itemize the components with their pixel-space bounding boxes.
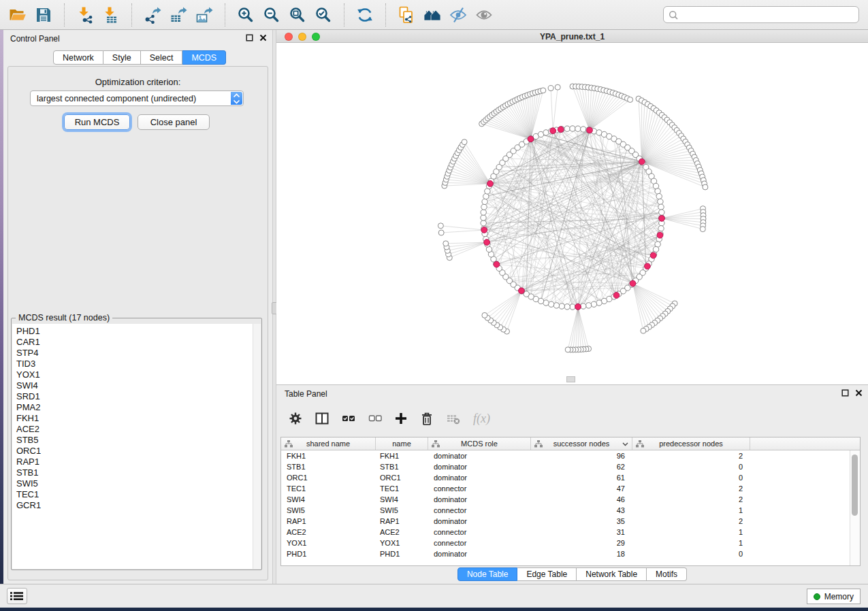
tab-style[interactable]: Style xyxy=(103,50,141,65)
mcds-result-item[interactable]: SRD1 xyxy=(16,391,251,402)
mcds-result-item[interactable]: TID3 xyxy=(16,359,251,369)
scrollbar-thumb[interactable] xyxy=(852,455,858,516)
table-row[interactable]: TEC1TEC1connector472 xyxy=(281,483,850,494)
tab-network-table[interactable]: Network Table xyxy=(577,567,647,581)
mcds-result-item[interactable]: RAP1 xyxy=(16,457,251,467)
shared-column-icon xyxy=(534,440,543,448)
table-cell: dominator xyxy=(428,494,531,505)
select-all-columns-button[interactable] xyxy=(342,412,355,425)
gear-icon xyxy=(289,412,302,425)
mcds-list-scrollbar[interactable] xyxy=(253,324,261,569)
task-history-button[interactable] xyxy=(7,588,27,604)
table-row[interactable]: SWI5SWI5connector431 xyxy=(281,505,850,516)
column-label: successor nodes xyxy=(553,440,610,448)
create-column-button[interactable] xyxy=(395,412,407,425)
table-cell: 2 xyxy=(632,494,750,505)
optimization-criterion-select[interactable]: largest connected component (undirected) xyxy=(30,90,244,106)
tab-mcds[interactable]: MCDS xyxy=(182,50,226,65)
network-window-titlebar[interactable]: YPA_prune.txt_1 xyxy=(276,30,868,43)
tab-network[interactable]: Network xyxy=(53,50,103,65)
memory-label: Memory xyxy=(824,592,854,601)
mcds-result-item[interactable]: FKH1 xyxy=(16,413,251,424)
optimization-criterion-label: Optimization criterion: xyxy=(3,77,272,87)
mcds-result-item[interactable]: SWI5 xyxy=(16,478,251,489)
export-network-button[interactable] xyxy=(143,5,162,24)
mcds-result-item[interactable]: PHD1 xyxy=(16,326,251,337)
table-scrollbar[interactable] xyxy=(850,450,860,565)
mcds-result-item[interactable]: STB1 xyxy=(16,467,251,478)
toolbar-separator xyxy=(225,3,225,27)
refresh-view-button[interactable] xyxy=(355,5,374,24)
export-image-button[interactable] xyxy=(195,5,214,24)
column-header-shared-name[interactable]: shared name xyxy=(281,437,376,450)
table-row[interactable]: STB1STB1dominator620 xyxy=(281,461,850,472)
import-table-button[interactable] xyxy=(101,5,120,24)
search-input[interactable] xyxy=(681,7,855,22)
mcds-result-item[interactable]: SWI4 xyxy=(16,380,251,391)
table-cell: PHD1 xyxy=(281,548,376,559)
column-header-mcds-role[interactable]: MCDS role xyxy=(428,437,531,450)
table-cell: connector xyxy=(428,538,531,548)
table-toolbar: f(x) xyxy=(289,407,490,430)
tab-edge-table[interactable]: Edge Table xyxy=(517,567,577,581)
table-tabs: Node Table Edge Table Network Table Moti… xyxy=(276,567,868,581)
import-network-button[interactable] xyxy=(76,5,95,24)
show-selected-button[interactable] xyxy=(475,5,494,24)
delete-column-button[interactable] xyxy=(420,412,434,426)
table-row[interactable]: SWI4SWI4dominator462 xyxy=(281,494,850,505)
table-row[interactable]: YOX1YOX1connector291 xyxy=(281,538,850,548)
eye-slash-icon xyxy=(449,6,467,24)
column-header-predecessor-nodes[interactable]: predecessor nodes xyxy=(632,437,750,450)
checked-boxes-icon xyxy=(342,412,355,425)
zoom-in-button[interactable] xyxy=(236,5,255,24)
float-panel-icon[interactable] xyxy=(246,34,253,42)
clone-network-button[interactable] xyxy=(397,5,416,24)
zoom-selected-button[interactable] xyxy=(314,5,333,24)
chevron-up-icon xyxy=(233,93,240,98)
mcds-result-item[interactable]: GCR1 xyxy=(16,500,251,511)
tab-motifs[interactable]: Motifs xyxy=(647,567,687,581)
table-row[interactable]: ORC1ORC1dominator610 xyxy=(281,472,850,483)
mcds-result-item[interactable]: CAR1 xyxy=(16,337,251,348)
table-row[interactable]: PHD1PHD1dominator180 xyxy=(281,548,850,559)
table-row[interactable]: FKH1FKH1dominator962 xyxy=(281,450,850,461)
mcds-result-item[interactable]: STP4 xyxy=(16,348,251,359)
table-row[interactable]: RAP1RAP1dominator352 xyxy=(281,516,850,527)
network-graph[interactable] xyxy=(276,43,868,384)
hide-selected-button[interactable] xyxy=(449,5,468,24)
mcds-result-item[interactable]: YOX1 xyxy=(16,369,251,380)
column-header-successor-nodes[interactable]: successor nodes xyxy=(531,437,632,450)
mcds-result-item[interactable]: PMA2 xyxy=(16,402,251,413)
mcds-result-item[interactable]: TEC1 xyxy=(16,489,251,500)
close-panel-button[interactable]: Close panel xyxy=(138,114,210,130)
float-panel-icon[interactable] xyxy=(841,389,849,397)
zoom-fit-button[interactable] xyxy=(288,5,307,24)
desktop-background-strip xyxy=(0,608,868,611)
tab-node-table[interactable]: Node Table xyxy=(457,567,518,581)
column-header-name[interactable]: name xyxy=(376,437,428,450)
tab-select[interactable]: Select xyxy=(141,50,183,65)
network-canvas[interactable] xyxy=(276,43,868,384)
delete-table-icon xyxy=(447,412,460,425)
table-row[interactable]: ACE2ACE2connector311 xyxy=(281,527,850,538)
close-panel-icon[interactable] xyxy=(259,34,267,42)
table-cell: 43 xyxy=(531,505,632,516)
mcds-result-item[interactable]: ACE2 xyxy=(16,424,251,435)
zoom-out-button[interactable] xyxy=(262,5,281,24)
show-columns-button[interactable] xyxy=(315,412,329,425)
mcds-result-item[interactable]: STB5 xyxy=(16,435,251,446)
memory-button[interactable]: Memory xyxy=(807,589,861,604)
mcds-result-item[interactable]: ORC1 xyxy=(16,446,251,457)
export-table-button[interactable] xyxy=(169,5,188,24)
show-all-button[interactable] xyxy=(423,5,442,24)
table-settings-button[interactable] xyxy=(289,412,302,425)
horizontal-splitter-handle[interactable] xyxy=(566,376,575,382)
save-session-button[interactable] xyxy=(34,5,53,24)
close-panel-icon[interactable] xyxy=(855,389,863,397)
table-cell: YOX1 xyxy=(281,538,376,548)
run-mcds-button[interactable]: Run MCDS xyxy=(64,114,130,130)
open-session-button[interactable] xyxy=(8,5,27,24)
table-cell: 2 xyxy=(632,483,750,494)
table-cell: 1 xyxy=(632,527,750,538)
deselect-all-columns-button[interactable] xyxy=(368,412,382,425)
